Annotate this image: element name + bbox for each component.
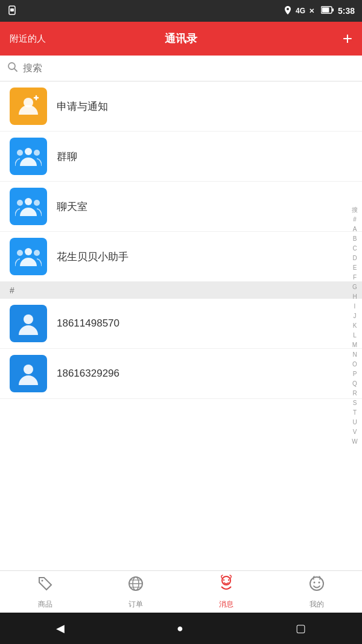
alpha-item-q[interactable]: Q [352, 379, 357, 389]
search-input[interactable] [23, 63, 355, 74]
svg-line-7 [14, 69, 17, 72]
tag-icon [36, 575, 54, 597]
alpha-item-n[interactable]: N [352, 350, 357, 360]
alpha-item-k[interactable]: K [353, 321, 357, 331]
status-bar: 4G ✕ 5:38 [0, 0, 362, 22]
svg-point-16 [34, 200, 40, 206]
svg-point-29 [223, 579, 224, 580]
alpha-item-h[interactable]: H [352, 292, 357, 302]
svg-point-15 [17, 200, 23, 206]
alpha-item-s[interactable]: S [353, 398, 357, 408]
recents-button[interactable]: ▢ [296, 622, 306, 635]
add-contact-button[interactable]: + [343, 29, 352, 48]
nav-item-mine[interactable]: 我的 [272, 575, 362, 610]
battery-icon [321, 6, 334, 16]
alpha-item-e[interactable]: E [353, 263, 357, 273]
svg-point-30 [228, 579, 229, 580]
avatar [10, 138, 47, 175]
svg-point-12 [17, 150, 23, 156]
contact-name: 群聊 [57, 150, 77, 164]
time-display: 5:38 [338, 6, 355, 16]
contact-name: 花生贝贝小助手 [57, 250, 129, 264]
alpha-item-f[interactable]: F [353, 273, 357, 282]
wifi-x-icon: ✕ [309, 6, 317, 16]
svg-rect-1 [10, 8, 14, 11]
list-item[interactable]: 聊天室 [0, 182, 362, 232]
home-button[interactable]: ● [177, 622, 183, 635]
svg-point-14 [25, 198, 32, 205]
alpha-item-i[interactable]: I [354, 302, 356, 311]
alpha-item-j[interactable]: J [354, 311, 357, 321]
status-left [7, 5, 17, 17]
contact-list: 申请与通知 群聊 [0, 81, 362, 399]
nav-label-mine: 我的 [310, 599, 324, 610]
svg-point-31 [310, 577, 323, 590]
svg-point-20 [24, 314, 33, 324]
alpha-item-c[interactable]: C [352, 244, 357, 253]
alpha-item-b[interactable]: B [353, 234, 357, 244]
baby-icon [217, 575, 235, 597]
contact-phone-number: 18616329296 [57, 368, 119, 380]
avatar [10, 88, 47, 125]
svg-point-32 [314, 581, 316, 583]
alpha-item-p[interactable]: P [353, 369, 357, 379]
search-icon [7, 62, 18, 75]
svg-rect-5 [322, 8, 329, 13]
face-icon [308, 575, 326, 597]
svg-point-33 [319, 581, 320, 583]
alpha-item-r[interactable]: R [352, 389, 357, 398]
svg-point-21 [24, 365, 33, 374]
list-item[interactable]: 申请与通知 [0, 81, 362, 132]
back-button[interactable]: ◀ [56, 622, 65, 635]
alpha-item-o[interactable]: O [352, 360, 357, 369]
sim-icon [7, 5, 17, 17]
avatar [10, 238, 47, 275]
svg-point-22 [42, 579, 43, 581]
alphabet-index: 搜 # A B C D E F G H I J K L M N O P Q R … [349, 81, 361, 570]
page-title: 通讯录 [165, 31, 197, 46]
globe-icon [127, 575, 145, 597]
nav-label-messages: 消息 [219, 599, 233, 610]
signal-4g: 4G [296, 7, 305, 15]
nav-item-orders[interactable]: 订单 [91, 575, 181, 610]
bottom-nav: 商品 订单 消息 [0, 570, 362, 613]
contact-phone-number: 18611498570 [57, 317, 119, 330]
svg-point-17 [25, 248, 32, 255]
nav-label-goods: 商品 [38, 599, 52, 610]
content-area: 申请与通知 群聊 [0, 81, 362, 570]
nav-item-goods[interactable]: 商品 [0, 575, 91, 610]
alpha-item-w[interactable]: W [352, 437, 357, 447]
system-nav-bar: ◀ ● ▢ [0, 613, 362, 644]
alpha-item-d[interactable]: D [352, 253, 357, 263]
svg-text:✕: ✕ [309, 7, 314, 14]
alpha-item-m[interactable]: M [352, 340, 357, 350]
alpha-item-l[interactable]: L [353, 331, 357, 340]
svg-point-19 [34, 250, 40, 256]
list-item[interactable]: 18616329296 [0, 349, 362, 399]
location-icon [284, 5, 292, 17]
alpha-item-hash[interactable]: # [353, 215, 357, 225]
list-item[interactable]: 18611498570 [0, 299, 362, 349]
section-header-hash: # [0, 282, 362, 299]
avatar [10, 305, 47, 342]
avatar [10, 188, 47, 225]
alpha-item-a[interactable]: A [353, 225, 357, 234]
list-item[interactable]: 花生贝贝小助手 [0, 232, 362, 282]
alpha-item-g[interactable]: G [352, 282, 357, 292]
nav-label-orders: 订单 [129, 599, 143, 610]
alpha-item-t[interactable]: T [353, 408, 357, 418]
nav-item-messages[interactable]: 消息 [181, 575, 272, 610]
svg-point-11 [25, 148, 32, 155]
nearby-people-link[interactable]: 附近的人 [10, 33, 46, 45]
alpha-item-sou[interactable]: 搜 [352, 205, 358, 215]
svg-point-13 [34, 150, 40, 156]
alpha-item-u[interactable]: U [352, 418, 357, 427]
avatar [10, 355, 47, 392]
alpha-item-v[interactable]: V [353, 427, 357, 437]
app-header: 附近的人 通讯录 + [0, 22, 362, 56]
svg-rect-4 [332, 8, 334, 11]
contact-name: 申请与通知 [57, 100, 108, 113]
search-bar [0, 56, 362, 81]
list-item[interactable]: 群聊 [0, 132, 362, 182]
svg-point-18 [17, 250, 23, 256]
